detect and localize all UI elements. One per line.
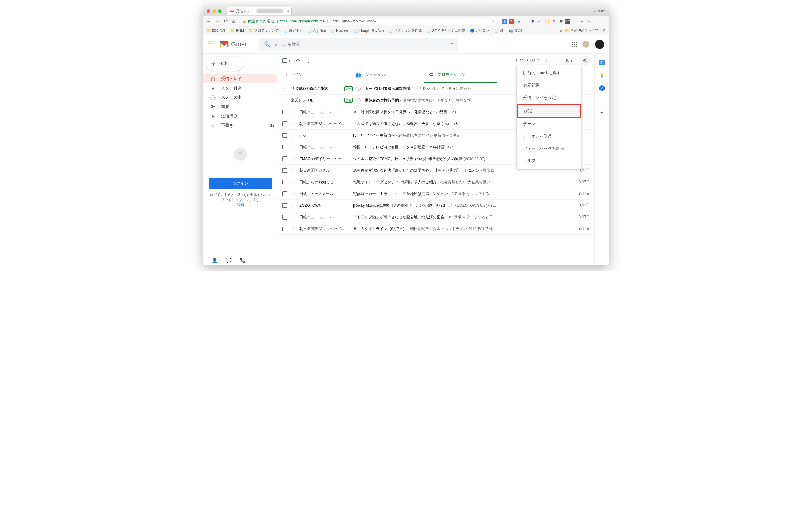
settings-menu-item[interactable]: 以前の Gmail に戻す — [517, 67, 581, 80]
reload-button[interactable]: ⟳ — [224, 19, 228, 24]
input-tools-button[interactable]: あ ▼ — [563, 58, 575, 63]
more-icon[interactable]: ⋮ — [306, 58, 311, 64]
settings-menu-item[interactable]: アドオンを取得 — [517, 130, 581, 143]
ext-icon[interactable]: ⟳ — [586, 19, 591, 24]
bookmark-item[interactable]: 📁blog管理 — [206, 28, 226, 33]
sidebar-item-clock[interactable]: 🕐スヌーズ中 — [203, 93, 278, 102]
add-addon-icon[interactable]: + — [599, 110, 605, 116]
star-icon[interactable]: ☆ — [283, 97, 287, 103]
select-all-checkbox[interactable] — [283, 58, 287, 63]
mail-checkbox[interactable] — [283, 156, 287, 161]
mail-checkbox[interactable] — [283, 145, 287, 149]
google-apps-icon[interactable] — [572, 42, 577, 47]
mail-row[interactable]: ☆朝日新聞デジタルヘッド...８・６タイムライン（8月7日） - 朝日新聞デジタ… — [278, 223, 594, 235]
settings-menu-item[interactable]: テーマ — [517, 118, 581, 130]
star-icon[interactable]: ☆ — [291, 144, 295, 150]
settings-menu-item[interactable]: 受信トレイを設定 — [517, 92, 581, 104]
ext-icon[interactable]: ◯ — [544, 19, 549, 24]
bookmark-item[interactable]: 📄AppGen — [308, 29, 326, 33]
keep-addon-icon[interactable]: 💡 — [599, 72, 605, 78]
bookmark-item[interactable]: 📄GooglePlayApp — [354, 29, 383, 33]
ext-icon[interactable]: OFF — [565, 19, 571, 24]
bookmark-item[interactable]: 📁BGM — [230, 29, 244, 33]
prev-page-icon[interactable]: ‹ — [545, 58, 549, 63]
bookmark-item[interactable]: 📄VC — [494, 29, 505, 33]
main-menu-icon[interactable]: ☰ — [208, 40, 213, 48]
home-button[interactable]: ⌂ — [232, 19, 235, 24]
hangouts-login-button[interactable]: ログイン — [209, 178, 272, 189]
mail-checkbox[interactable] — [283, 133, 287, 138]
bookmark-item[interactable]: 📁プログラミング — [249, 28, 279, 33]
settings-menu-item[interactable]: ヘルプ — [517, 155, 581, 167]
ext-icon[interactable]: ⬒ — [558, 19, 563, 24]
star-icon[interactable]: ☆ — [291, 156, 295, 161]
mail-checkbox[interactable] — [283, 226, 287, 231]
notifications-icon[interactable]: 🔔 — [583, 41, 589, 48]
account-avatar[interactable] — [595, 40, 604, 49]
star-icon[interactable]: ☆ — [291, 167, 295, 173]
category-tab[interactable]: ❐メイン — [278, 68, 351, 83]
sidebar-item-star[interactable]: ★スター付き — [203, 84, 278, 93]
star-icon[interactable]: ☆ — [291, 191, 295, 196]
tasks-addon-icon[interactable]: ✓ — [599, 85, 605, 91]
ext-icon[interactable]: 311 — [509, 19, 514, 24]
sidebar-item-draft[interactable]: 📄下書き15 — [203, 121, 278, 130]
sidebar-item-sent[interactable]: ➤送信済み — [203, 112, 278, 121]
other-bookmarks[interactable]: 📁その他のブックマーク — [565, 28, 606, 33]
star-icon[interactable]: ☆ — [291, 121, 295, 126]
bookmark-item[interactable]: 📄AMP キャッシュ削除 — [427, 28, 465, 33]
calendar-addon-icon[interactable]: 31 — [599, 60, 605, 65]
contacts-icon[interactable]: 👤 — [212, 257, 218, 263]
settings-menu-item[interactable]: 設定 — [517, 104, 581, 118]
close-window-button[interactable] — [206, 9, 210, 13]
bookmark-item[interactable]: 🤖DVG — [509, 29, 522, 33]
mail-checkbox[interactable] — [283, 191, 287, 196]
gmail-logo[interactable]: Gmail — [220, 40, 248, 48]
select-dropdown-icon[interactable]: ▼ — [288, 59, 291, 62]
settings-gear-icon[interactable]: ⚙ — [580, 56, 590, 66]
browser-tab[interactable]: 受信トレイ - × — [227, 7, 291, 15]
bookmark-item[interactable]: 🔵アイコン — [470, 28, 490, 33]
minimize-window-button[interactable] — [212, 9, 216, 13]
settings-menu-item[interactable]: フィードバックを送信 — [517, 143, 581, 155]
settings-menu-item[interactable]: 表示間隔 — [517, 80, 581, 92]
omnibox[interactable]: 🔒 保護された通信 | https://mail.google.com/mail… — [239, 18, 498, 25]
category-tab[interactable]: 🏷プロモーション — [424, 68, 497, 83]
sidebar-item-inbox[interactable]: ▢受信トレイ — [203, 74, 278, 84]
category-tab[interactable]: 👥ソーシャル — [351, 68, 424, 83]
star-icon[interactable]: ☆ — [291, 109, 295, 115]
chrome-menu-icon[interactable]: ⋮ — [600, 19, 606, 24]
ad-info-icon[interactable]: i — [357, 87, 361, 91]
mail-checkbox[interactable] — [283, 168, 287, 173]
mail-checkbox[interactable] — [283, 110, 287, 115]
sidebar-item-important[interactable]: ⮞重要 — [203, 102, 278, 112]
next-page-icon[interactable]: › — [554, 58, 558, 63]
refresh-icon[interactable]: ⟳ — [296, 58, 300, 64]
star-icon[interactable]: ☆ — [291, 179, 295, 185]
search-input[interactable] — [274, 42, 447, 47]
mail-checkbox[interactable] — [283, 180, 287, 184]
mail-row[interactable]: ☆日経ニュースメール宅配ロッカー、１家に１つ 三菱地所は完備マンション - 8/… — [278, 188, 594, 200]
hangouts-chat-icon[interactable]: 💬 — [226, 257, 232, 263]
ext-icon[interactable]: ⬡ — [572, 19, 577, 24]
mail-row[interactable]: ☆ZOZOTOWN[Rocky Monroe]1,000円分の割引クーポンが発行… — [278, 200, 594, 211]
bookmark-star-icon[interactable]: ☆ — [491, 19, 495, 24]
ext-icon[interactable]: ⋯ — [537, 19, 543, 24]
compose-button[interactable]: + 作成 — [206, 57, 244, 71]
mail-row[interactable]: ☆日経からのお知らせ転職サイト「エグゼクティブ転職」求人のご紹介 - 社会貢献し… — [278, 176, 594, 188]
ext-icon[interactable]: ◆ — [579, 19, 584, 24]
bookmark-item[interactable]: 📄確定申告 — [283, 28, 303, 33]
ext-icon[interactable]: ◇ — [593, 19, 599, 24]
ext-icon[interactable]: ᛉ — [523, 19, 528, 24]
mail-checkbox[interactable] — [283, 203, 287, 208]
back-button[interactable]: ← — [206, 19, 211, 24]
chrome-profile-name[interactable]: Yusuke — [593, 9, 605, 13]
search-dropdown-icon[interactable]: ▼ — [451, 42, 454, 46]
hangouts-details-link[interactable]: 詳細 — [209, 203, 272, 208]
star-icon[interactable]: ☆ — [291, 226, 295, 232]
ad-info-icon[interactable]: i — [357, 98, 361, 102]
bookmark-item[interactable]: 📄FlashAir — [331, 29, 349, 33]
phone-icon[interactable]: 📞 — [240, 257, 245, 263]
ext-icon[interactable]: ▦ — [502, 19, 508, 24]
star-icon[interactable]: ☆ — [291, 132, 295, 138]
